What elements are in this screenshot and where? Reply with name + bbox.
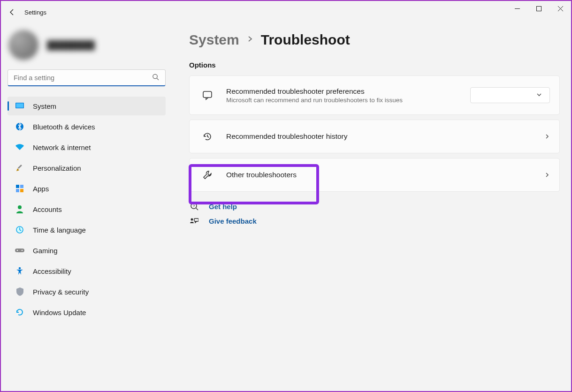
svg-rect-12: [16, 189, 19, 192]
card-other-troubleshooters[interactable]: Other troubleshooters: [189, 158, 560, 192]
svg-point-23: [191, 218, 193, 220]
avatar: [8, 30, 38, 60]
sidebar-item-system[interactable]: System: [8, 97, 166, 115]
window-controls: [506, 1, 571, 16]
feedback-icon: [189, 218, 199, 225]
chevron-down-icon: [536, 91, 542, 99]
main-content: System Troubleshoot Options Recommended …: [172, 23, 571, 391]
chevron-right-icon: [247, 36, 253, 44]
sidebar-item-label: Time & language: [33, 226, 86, 234]
clock-globe-icon: [15, 225, 24, 234]
close-button[interactable]: [549, 1, 571, 16]
speech-bubble-icon: [201, 90, 214, 100]
minimize-button[interactable]: [506, 1, 528, 16]
sidebar-item-label: Accounts: [33, 205, 62, 213]
breadcrumb: System Troubleshoot: [189, 32, 560, 48]
sidebar-item-personalization[interactable]: Personalization: [8, 158, 166, 177]
card-body: Recommended troubleshooter preferences M…: [226, 87, 458, 104]
arrow-left-icon: [8, 8, 16, 16]
sidebar-item-gaming[interactable]: Gaming: [8, 241, 166, 260]
close-icon: [558, 6, 563, 11]
sidebar-item-time-language[interactable]: Time & language: [8, 220, 166, 239]
section-label: Options: [189, 61, 560, 69]
svg-point-18: [22, 250, 23, 251]
chevron-right-icon: [544, 134, 550, 139]
settings-window: Settings ████████: [0, 0, 572, 392]
svg-rect-11: [20, 185, 23, 188]
sidebar-item-apps[interactable]: Apps: [8, 179, 166, 198]
svg-rect-10: [16, 185, 19, 188]
shield-icon: [15, 287, 24, 296]
sidebar-item-label: Personalization: [33, 164, 81, 172]
nav-list: System Bluetooth & devices Network & int…: [8, 97, 166, 322]
give-feedback-link[interactable]: Give feedback: [189, 217, 560, 225]
card-recommended-preferences[interactable]: Recommended troubleshooter preferences M…: [189, 75, 560, 115]
accessibility-icon: [15, 266, 24, 276]
svg-rect-9: [18, 165, 22, 169]
card-troubleshooter-history[interactable]: Recommended troubleshooter history: [189, 120, 560, 153]
sidebar-item-bluetooth[interactable]: Bluetooth & devices: [8, 117, 166, 136]
svg-rect-16: [15, 249, 24, 252]
svg-rect-13: [20, 189, 23, 192]
card-title: Other troubleshooters: [226, 171, 532, 179]
card-body: Recommended troubleshooter history: [226, 132, 532, 141]
profile-block[interactable]: ████████: [8, 27, 166, 69]
sidebar-item-label: Windows Update: [33, 309, 86, 317]
sidebar-item-label: Network & internet: [33, 143, 91, 151]
search-wrap: [8, 69, 166, 86]
breadcrumb-parent[interactable]: System: [189, 32, 239, 48]
search-input[interactable]: [8, 69, 166, 86]
sidebar-item-label: System: [33, 102, 56, 110]
card-action: [470, 87, 550, 103]
sidebar-item-accessibility[interactable]: Accessibility: [8, 262, 166, 280]
sidebar-item-label: Apps: [33, 185, 49, 193]
svg-rect-24: [194, 219, 198, 221]
card-subtitle: Microsoft can recommend and run troubles…: [226, 97, 458, 104]
maximize-icon: [536, 6, 541, 11]
sidebar: ████████ System Bluetooth & devices: [1, 23, 172, 391]
sidebar-item-label: Bluetooth & devices: [33, 123, 95, 131]
breadcrumb-current: Troubleshoot: [261, 32, 350, 48]
app-title: Settings: [24, 9, 46, 16]
bluetooth-icon: [15, 122, 24, 131]
sidebar-item-windows-update[interactable]: Windows Update: [8, 303, 166, 322]
sidebar-item-label: Gaming: [33, 247, 58, 255]
help-icon: ?: [189, 202, 199, 211]
svg-rect-20: [203, 91, 212, 98]
svg-rect-7: [16, 103, 23, 108]
titlebar: Settings: [1, 1, 571, 23]
chevron-right-icon: [544, 172, 550, 178]
svg-point-4: [153, 74, 157, 78]
back-button[interactable]: [1, 1, 23, 23]
history-icon: [201, 131, 214, 142]
link-text: Get help: [209, 203, 237, 211]
search-icon: [152, 74, 159, 83]
footer-links: ? Get help Give feedback: [189, 202, 560, 225]
sidebar-item-privacy[interactable]: Privacy & security: [8, 282, 166, 301]
get-help-link[interactable]: ? Get help: [189, 202, 560, 211]
update-icon: [15, 308, 24, 317]
wrench-icon: [201, 170, 214, 180]
wifi-icon: [15, 143, 24, 152]
person-icon: [15, 204, 24, 214]
card-title: Recommended troubleshooter preferences: [226, 87, 458, 96]
svg-point-14: [18, 205, 22, 209]
maximize-button[interactable]: [528, 1, 549, 16]
card-title: Recommended troubleshooter history: [226, 132, 532, 141]
link-text: Give feedback: [209, 217, 257, 225]
sidebar-item-accounts[interactable]: Accounts: [8, 200, 166, 219]
svg-rect-1: [536, 6, 541, 11]
card-body: Other troubleshooters: [226, 171, 532, 179]
sidebar-item-label: Accessibility: [33, 267, 71, 275]
sidebar-item-network[interactable]: Network & internet: [8, 138, 166, 157]
apps-icon: [15, 184, 24, 193]
svg-point-19: [19, 267, 21, 270]
svg-line-5: [157, 78, 159, 80]
preferences-dropdown[interactable]: [470, 87, 550, 103]
svg-text:?: ?: [193, 204, 195, 208]
svg-point-17: [17, 250, 18, 251]
display-icon: [15, 101, 24, 111]
minimize-icon: [515, 6, 520, 11]
gamepad-icon: [15, 246, 24, 255]
sidebar-item-label: Privacy & security: [33, 288, 89, 296]
